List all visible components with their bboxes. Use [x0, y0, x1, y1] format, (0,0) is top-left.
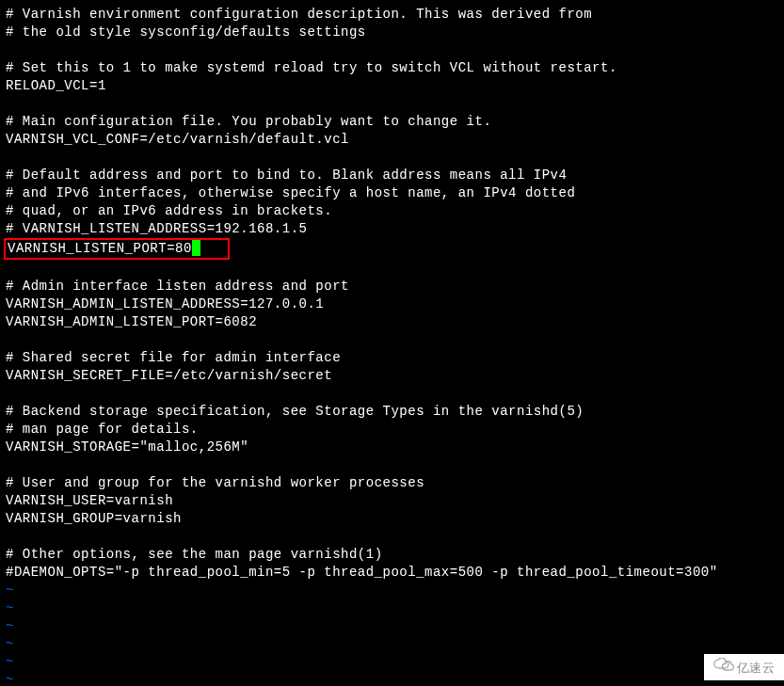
terminal-line: # Backend storage specification, see Sto… — [6, 403, 778, 421]
empty-line-tilde: ~ — [6, 582, 778, 599]
terminal-line: # VARNISH_LISTEN_ADDRESS=192.168.1.5 — [6, 220, 778, 238]
terminal-line: # quad, or an IPv6 address in brackets. — [6, 202, 778, 220]
terminal-line: # man page for details. — [6, 421, 778, 439]
terminal-line: #DAEMON_OPTS="-p thread_pool_min=5 -p th… — [6, 564, 778, 582]
terminal-line: VARNISH_SECRET_FILE=/etc/varnish/secret — [6, 367, 778, 385]
terminal-line: RELOAD_VCL=1 — [6, 77, 778, 95]
terminal-line — [6, 95, 778, 113]
terminal-line: VARNISH_GROUP=varnish — [6, 510, 778, 528]
empty-line-tilde: ~ — [6, 671, 778, 686]
terminal-line — [6, 260, 778, 278]
empty-line-tilde: ~ — [6, 635, 778, 653]
terminal-line: VARNISH_STORAGE="malloc,256M" — [6, 439, 778, 456]
terminal-line: # the old style sysconfig/defaults setti… — [6, 24, 778, 41]
terminal-line: # User and group for the varnishd worker… — [6, 474, 778, 492]
cloud-icon — [713, 658, 734, 677]
terminal-line — [6, 456, 778, 474]
terminal-line: VARNISH_ADMIN_LISTEN_PORT=6082 — [6, 313, 778, 331]
terminal-line — [6, 385, 778, 403]
empty-line-tilde: ~ — [6, 599, 778, 617]
highlighted-config-line: VARNISH_LISTEN_PORT=80 — [6, 238, 778, 260]
terminal-line: VARNISH_VCL_CONF=/etc/varnish/default.vc… — [6, 131, 778, 149]
empty-line-tilde: ~ — [6, 617, 778, 635]
terminal-line: # Set this to 1 to make systemd reload t… — [6, 59, 778, 77]
terminal-line: # Varnish environment configuration desc… — [6, 6, 778, 24]
terminal-line: # Main configuration file. You probably … — [6, 113, 778, 131]
terminal-line: # Default address and port to bind to. B… — [6, 167, 778, 184]
terminal-line: # Admin interface listen address and por… — [6, 278, 778, 295]
terminal-line — [6, 528, 778, 546]
terminal-line: VARNISH_ADMIN_LISTEN_ADDRESS=127.0.0.1 — [6, 295, 778, 313]
terminal-line — [6, 149, 778, 167]
config-value: VARNISH_LISTEN_PORT=80 — [8, 241, 192, 256]
terminal-line: # Other options, see the man page varnis… — [6, 546, 778, 564]
terminal-line — [6, 41, 778, 59]
terminal-content[interactable]: # Varnish environment configuration desc… — [6, 6, 778, 686]
terminal-line: # Shared secret file for admin interface — [6, 349, 778, 367]
terminal-line: # and IPv6 interfaces, otherwise specify… — [6, 184, 778, 202]
empty-line-tilde: ~ — [6, 653, 778, 671]
cursor — [192, 240, 200, 256]
terminal-line — [6, 331, 778, 349]
watermark-text: 亿速云 — [737, 659, 776, 677]
watermark: 亿速云 — [704, 654, 785, 680]
terminal-line: VARNISH_USER=varnish — [6, 492, 778, 510]
